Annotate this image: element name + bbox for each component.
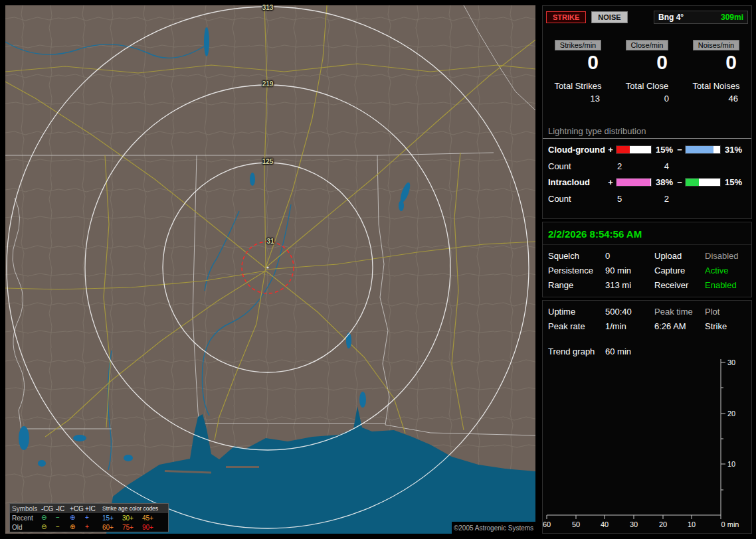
cg-minus-percent: 31% — [722, 145, 755, 155]
distribution-title: Lightning type distribution — [543, 126, 751, 136]
plus-sign: + — [607, 145, 614, 155]
squelch-value: 0 — [605, 251, 654, 261]
bearing-label: Bng 4° — [658, 13, 684, 22]
receiver-label: Receiver — [654, 280, 705, 290]
recent-neg-cg-icon: ⊖ — [41, 514, 56, 521]
capture-status: Active — [705, 266, 746, 275]
legend-col-neg-cg: -CG — [41, 505, 56, 512]
lightning-map[interactable]: 313 219 125 31 Symbols -CG -IC +CG +IC S… — [5, 5, 535, 534]
x-tick-50: 50 — [572, 520, 580, 528]
status-panel: 2/2/2026 8:54:56 AM Squelch 0 Upload Dis… — [542, 222, 752, 297]
ic-plus-bar — [616, 178, 652, 187]
age-30: 30+ — [122, 514, 142, 522]
total-close-label: Total Close — [617, 81, 677, 91]
recent-neg-ic-icon: − — [56, 514, 70, 521]
cg-plus-bar — [616, 145, 652, 154]
cloud-ground-label: Cloud-ground — [548, 145, 605, 155]
noises-per-min-value: 0 — [686, 52, 746, 73]
legend-old-row: Old ⊖ − ⊕ + 60+ 75+ 90+ — [10, 522, 168, 532]
persistence-value: 90 min — [605, 266, 654, 275]
rate-badges-row: Strikes/min Close/min Noises/min — [543, 24, 751, 50]
total-close-value: 0 — [617, 94, 677, 104]
cloud-ground-count-row: Count 2 4 — [543, 161, 751, 171]
peak-time-label: Peak time — [654, 307, 705, 317]
persistence-label: Persistence — [548, 266, 605, 275]
plot-label: Plot — [705, 307, 746, 317]
old-neg-ic-icon: − — [56, 524, 70, 530]
close-per-min-button[interactable]: Close/min — [626, 40, 669, 50]
legend-symbols-header: Symbols — [12, 505, 41, 512]
totals-values-row: 13 0 46 — [543, 91, 751, 104]
trend-panel: Uptime 500:40 Peak time Plot Peak rate 1… — [542, 300, 752, 534]
range-label: Range — [548, 280, 605, 290]
intracloud-count-row: Count 5 2 — [543, 194, 751, 204]
recent-pos-cg-icon: ⊕ — [70, 514, 85, 521]
ic-minus-bar — [685, 178, 721, 187]
peak-time-value: 6:26 AM — [654, 321, 705, 331]
cg-minus-bar — [685, 145, 721, 154]
legend-age-header: Strike age color codes — [102, 505, 163, 512]
cg-plus-percent: 15% — [653, 145, 674, 155]
ring-label-31: 31 — [266, 238, 274, 245]
capture-label: Capture — [654, 266, 705, 275]
age-15: 15+ — [102, 514, 122, 522]
uptime-label: Uptime — [548, 307, 605, 317]
strikes-per-min-value: 0 — [548, 52, 608, 73]
y-tick-30: 30 — [727, 358, 735, 366]
close-per-min-value: 0 — [617, 52, 677, 73]
total-noises-label: Total Noises — [686, 81, 746, 91]
total-strikes-value: 13 — [548, 94, 608, 104]
stats-grid: Uptime 500:40 Peak time Plot Peak rate 1… — [543, 301, 751, 331]
legend-old-label: Old — [12, 524, 41, 531]
range-value: 313 mi — [605, 280, 654, 290]
ring-label-125: 125 — [262, 158, 274, 165]
distribution-divider — [543, 138, 751, 139]
cg-plus-count: 2 — [616, 161, 652, 171]
x-tick-60: 60 — [543, 520, 551, 528]
bearing-distance: 309mi — [721, 13, 743, 22]
upload-status: Disabled — [705, 251, 746, 261]
rate-values-row: 0 0 0 — [543, 50, 751, 73]
totals-labels-row: Total Strikes Total Close Total Noises — [543, 73, 751, 91]
status-grid: Squelch 0 Upload Disabled Persistence 90… — [543, 245, 751, 290]
old-neg-cg-icon: ⊖ — [41, 524, 56, 530]
x-tick-20: 20 — [659, 520, 667, 528]
strike-mode-button[interactable]: STRIKE — [546, 11, 586, 23]
ring-label-219: 219 — [262, 80, 274, 88]
legend-col-pos-ic: +IC — [85, 505, 102, 512]
ic-count-label: Count — [548, 194, 605, 204]
total-strikes-label: Total Strikes — [548, 81, 608, 91]
total-noises-value: 46 — [686, 94, 746, 104]
recent-pos-ic-icon: + — [85, 514, 102, 521]
age-75: 75+ — [122, 524, 142, 531]
legend-recent-row: Recent ⊖ − ⊕ + 15+ 30+ 45+ — [10, 513, 168, 522]
legend-col-neg-ic: -IC — [56, 505, 70, 512]
intracloud-label: Intracloud — [548, 177, 605, 187]
noise-mode-button[interactable]: NOISE — [591, 11, 627, 23]
peak-rate-label: Peak rate — [548, 321, 605, 331]
minus-sign: − — [676, 177, 684, 187]
legend-header-row: Symbols -CG -IC +CG +IC Strike age color… — [10, 504, 168, 513]
age-90: 90+ — [142, 524, 163, 531]
intracloud-row: Intracloud + 38% − 15% — [543, 177, 751, 187]
bearing-display: Bng 4° 309mi — [654, 11, 748, 24]
old-pos-cg-icon: ⊕ — [70, 524, 85, 530]
noises-per-min-button[interactable]: Noises/min — [693, 40, 739, 50]
minus-sign: − — [676, 145, 684, 155]
ic-plus-percent: 38% — [653, 177, 674, 187]
receiver-status: Enabled — [705, 280, 746, 290]
ic-minus-count: 2 — [653, 194, 674, 204]
ic-plus-count: 5 — [616, 194, 652, 204]
uptime-value: 500:40 — [605, 307, 654, 317]
plot-value: Strike — [705, 321, 746, 331]
peak-rate-value: 1/min — [605, 321, 654, 331]
strikes-per-min-button[interactable]: Strikes/min — [555, 40, 601, 50]
legend-col-pos-cg: +CG — [70, 505, 85, 512]
legend-recent-label: Recent — [12, 514, 41, 522]
upload-label: Upload — [654, 251, 705, 261]
y-tick-10: 10 — [727, 460, 735, 468]
old-pos-ic-icon: + — [85, 524, 102, 530]
age-45: 45+ — [142, 514, 163, 522]
mode-buttons-row: STRIKE NOISE Bng 4° 309mi — [543, 6, 751, 24]
copyright-text: ©2005 Astrogenic Systems — [452, 522, 535, 534]
